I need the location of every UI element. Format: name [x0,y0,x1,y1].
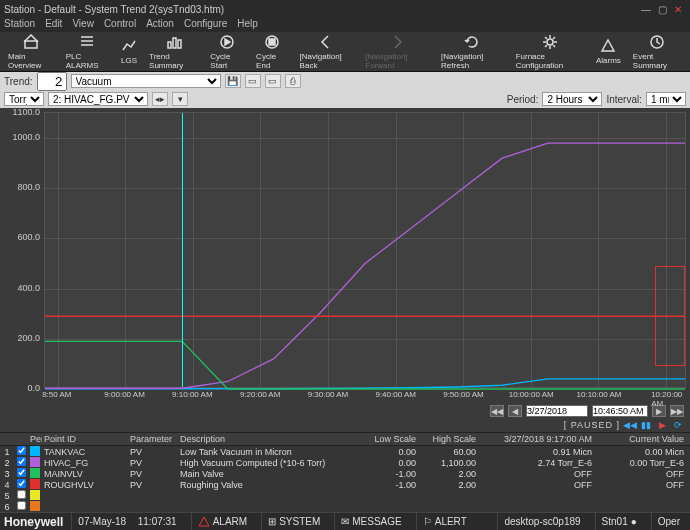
cycle-start-button[interactable]: Cycle Start [204,32,250,72]
print-icon[interactable]: ⎙ [285,74,301,88]
menu-help[interactable]: Help [237,18,258,32]
menu-view[interactable]: View [72,18,94,32]
menu-edit[interactable]: Edit [45,18,62,32]
table-row[interactable]: 5 [0,490,690,501]
row-checkbox[interactable] [17,501,26,510]
y-unit-select[interactable]: Torr_E-6 [4,92,44,106]
period-label: Period: [507,94,539,105]
row-checkbox[interactable] [17,490,26,499]
minimize-button[interactable]: — [638,4,654,15]
x-tick: 9:40:00 AM [375,390,415,399]
home-icon [23,34,39,50]
stop-icon [264,34,280,50]
x-axis: 8:50 AM9:00:00 AM9:10:00 AM9:20:00 AM9:3… [44,390,686,404]
maximize-button[interactable]: ▢ [654,4,670,15]
status-alarm[interactable]: ALARM [191,513,253,531]
table-row[interactable]: 6 [0,501,690,512]
save-icon[interactable]: 💾 [225,74,241,88]
y-tick: 200.0 [17,333,40,343]
x-tick: 9:50:00 AM [443,390,483,399]
nav-back-button[interactable]: [Navigation] Back [294,32,360,72]
main-overview-button[interactable]: Main Overview [2,32,60,72]
lgs-button[interactable]: LGS [115,32,143,72]
x-tick: 10:20:00 AM [651,390,682,408]
brand-logo: Honeywell [4,515,63,529]
furnace-config-button[interactable]: Furnace Configuration [510,32,590,72]
trend-number-input[interactable] [37,72,67,91]
trend-chart: 0.0200.0400.0600.0800.01000.01100.0 8:50… [0,108,690,404]
table-row[interactable]: 1TANKVACPVLow Tank Vacuum in Micron0.006… [0,446,690,457]
trend-summary-button[interactable]: Trend Summary [143,32,204,72]
status-oper: Oper [651,513,686,531]
pen-color-swatch [28,501,42,513]
menu-control[interactable]: Control [104,18,136,32]
svg-rect-2 [173,38,176,48]
ribbon-toolbar: Main OverviewPLC ALARMSLGSTrend SummaryC… [0,32,690,72]
window-title: Station - Default - System Trend 2(sysTn… [4,4,638,15]
y-tick: 800.0 [17,182,40,192]
list-icon [79,34,95,50]
event-summary-button[interactable]: Event Summary [627,32,688,72]
close-button[interactable]: ✕ [670,4,686,15]
plc-alarms-button[interactable]: PLC ALARMS [60,32,115,72]
pause-button[interactable]: ▮▮ [640,419,652,431]
cycle-end-button[interactable]: Cycle End [250,32,293,72]
menu-station[interactable]: Station [4,18,35,32]
x-tick: 10:00:00 AM [509,390,554,399]
toolbar-btn-2[interactable]: ▭ [245,74,261,88]
pen-select[interactable]: 2: HIVAC_FG.PV [48,92,148,106]
row-checkbox[interactable] [17,446,26,455]
chart-time-controls: ◀◀ ◀ ▶ ▶▶ [0,404,690,418]
chart-date-input[interactable] [526,405,588,417]
row-checkbox[interactable] [17,468,26,477]
status-alert[interactable]: ⚐ ALERT [416,513,473,531]
time-cursor[interactable] [182,113,183,387]
play-button[interactable]: ▶ [656,419,668,431]
svg-rect-0 [25,41,37,48]
interval-select[interactable]: 1 mn [646,92,686,106]
y-tick: 400.0 [17,283,40,293]
pen-prev-button[interactable]: ◂▸ [152,92,168,106]
forward-icon [389,34,405,50]
period-select[interactable]: 2 Hours [542,92,602,106]
row-checkbox[interactable] [17,479,26,488]
gear-icon [542,34,558,50]
x-tick: 10:10:00 AM [577,390,622,399]
menu-bar: StationEditViewControlActionConfigureHel… [0,18,690,32]
chart-icon [166,34,182,50]
svg-rect-6 [269,39,275,45]
series-ROUGHVLV [45,113,685,387]
back-icon [318,34,334,50]
table-row[interactable]: 4ROUGHVLVPVRoughing Valve-1.002.00OFFOFF [0,479,690,490]
loop-button[interactable]: ⟳ [672,419,684,431]
chart-time-input[interactable] [592,405,648,417]
x-tick: 9:00:00 AM [104,390,144,399]
menu-configure[interactable]: Configure [184,18,227,32]
svg-rect-1 [168,42,171,48]
x-tick: 9:10:00 AM [172,390,212,399]
menu-action[interactable]: Action [146,18,174,32]
rewind-button[interactable]: ◀◀ [624,419,636,431]
alarms-button[interactable]: Alarms [590,32,627,72]
row-checkbox[interactable] [17,457,26,466]
trend-label: Trend: [4,76,33,87]
trend-selector-bar: Trend: Vacuum 💾 ▭ ▭ ⎙ [0,72,690,90]
skip-back-large-button[interactable]: ◀◀ [490,405,504,417]
play-icon [219,34,235,50]
graph-icon [121,38,137,54]
y-tick: 600.0 [17,232,40,242]
plot-area[interactable] [44,112,686,388]
svg-point-7 [547,39,553,45]
status-message[interactable]: ✉ MESSAGE [334,513,407,531]
svg-rect-3 [178,40,181,48]
status-station: Stn01 ● [595,513,643,531]
pause-status: [ PAUSED ] [564,420,620,430]
skip-back-button[interactable]: ◀ [508,405,522,417]
trend-name-select[interactable]: Vacuum [71,74,221,88]
status-system[interactable]: ⊞ SYSTEM [261,513,326,531]
pen-opts-button[interactable]: ▾ [172,92,188,106]
table-row[interactable]: 2HIVAC_FGPVHigh Vacuum Computed (*10-6 T… [0,457,690,468]
table-row[interactable]: 3MAINVLVPVMain Valve-1.002.00OFFOFF [0,468,690,479]
nav-refresh-button[interactable]: [Navigation] Refresh [435,32,510,72]
toolbar-btn-3[interactable]: ▭ [265,74,281,88]
